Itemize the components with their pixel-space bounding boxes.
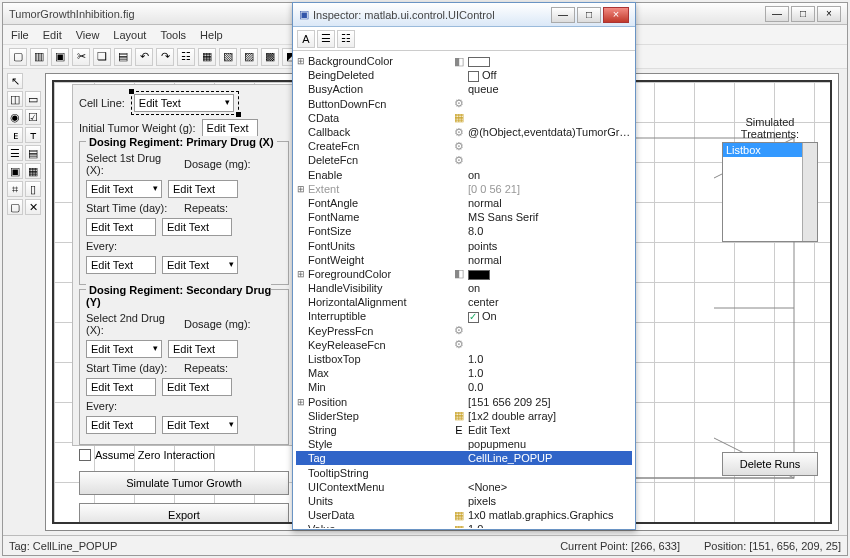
property-value[interactable]: popupmenu: [466, 438, 632, 450]
property-row-tag[interactable]: TagCellLine_POPUP: [296, 451, 632, 465]
redo-icon[interactable]: ↷: [156, 48, 174, 66]
property-row-cdata[interactable]: CData▦: [296, 111, 632, 125]
property-row-enable[interactable]: Enableon: [296, 168, 632, 182]
expand-icon[interactable]: ⊞: [296, 269, 306, 279]
property-value[interactable]: @(hObject,eventdata)TumorGr…: [466, 126, 632, 138]
property-row-fontunits[interactable]: FontUnitspoints: [296, 238, 632, 252]
delete-runs-button[interactable]: Delete Runs: [722, 452, 818, 476]
matrix-icon[interactable]: ▦: [452, 111, 466, 124]
matrix-icon[interactable]: ▦: [452, 509, 466, 522]
editor-icon[interactable]: ▩: [261, 48, 279, 66]
align-icon[interactable]: ☷: [177, 48, 195, 66]
inspector-close-button[interactable]: ×: [603, 7, 629, 23]
property-value[interactable]: center: [466, 296, 632, 308]
maximize-button[interactable]: □: [791, 6, 815, 22]
expand-icon[interactable]: ⊞: [296, 184, 306, 194]
start-time2-field[interactable]: Edit Text: [86, 378, 156, 396]
property-row-fontsize[interactable]: FontSize8.0: [296, 224, 632, 238]
property-value[interactable]: MS Sans Serif: [466, 211, 632, 223]
menu-editor-icon[interactable]: ▦: [198, 48, 216, 66]
expand-icon[interactable]: ⊞: [296, 397, 306, 407]
cell-line-popup[interactable]: Edit Text: [134, 94, 234, 112]
property-row-userdata[interactable]: UserData▦1x0 matlab.graphics.Graphics: [296, 508, 632, 522]
property-row-tooltipstring[interactable]: TooltipString: [296, 465, 632, 479]
drug2-popup[interactable]: Edit Text: [86, 340, 162, 358]
property-row-min[interactable]: Min0.0: [296, 380, 632, 394]
property-row-max[interactable]: Max1.0: [296, 366, 632, 380]
property-row-fontname[interactable]: FontNameMS Sans Serif: [296, 210, 632, 224]
cut-icon[interactable]: ✂: [72, 48, 90, 66]
property-row-beingdeleted[interactable]: BeingDeleted Off: [296, 68, 632, 82]
property-row-deletefcn[interactable]: DeleteFcn⚙: [296, 153, 632, 167]
radio-tool-icon[interactable]: ◉: [7, 109, 23, 125]
buttongroup-tool-icon[interactable]: ▢: [7, 199, 23, 215]
repeats1-field[interactable]: Edit Text: [162, 218, 232, 236]
property-row-foregroundcolor[interactable]: ⊞ForegroundColor◧: [296, 267, 632, 281]
property-value[interactable]: [466, 55, 632, 67]
slider-tool-icon[interactable]: ▭: [25, 91, 41, 107]
push-button-tool-icon[interactable]: ◫: [7, 91, 23, 107]
every1-unit-popup[interactable]: Edit Text: [162, 256, 238, 274]
inspector-minimize-button[interactable]: —: [551, 7, 575, 23]
menu-help[interactable]: Help: [200, 29, 223, 41]
cell-line-popup-selected[interactable]: Edit Text: [131, 91, 239, 115]
property-row-busyaction[interactable]: BusyActionqueue: [296, 82, 632, 96]
property-value[interactable]: Off: [466, 69, 632, 82]
menu-file[interactable]: File: [11, 29, 29, 41]
gear-icon[interactable]: ⚙: [452, 140, 466, 153]
gear-icon[interactable]: ⚙: [452, 324, 466, 337]
property-value[interactable]: normal: [466, 197, 632, 209]
inspector-titlebar[interactable]: ▣ Inspector: matlab.ui.control.UIControl…: [293, 3, 635, 27]
property-row-buttondownfcn[interactable]: ButtonDownFcn⚙: [296, 97, 632, 111]
dosage2-field[interactable]: Edit Text: [168, 340, 238, 358]
property-row-position[interactable]: ⊞Position[151 656 209 25]: [296, 395, 632, 409]
property-value[interactable]: CellLine_POPUP: [466, 452, 632, 464]
property-value[interactable]: [1x2 double array]: [466, 410, 632, 422]
panel-tool-icon[interactable]: ▯: [25, 181, 41, 197]
property-value[interactable]: on: [466, 169, 632, 181]
property-row-extent[interactable]: ⊞Extent[0 0 56 21]: [296, 182, 632, 196]
sort-alpha-icon[interactable]: A: [297, 30, 315, 48]
toggle-tool-icon[interactable]: ▣: [7, 163, 23, 179]
matrix-icon[interactable]: ▦: [452, 523, 466, 528]
treatments-listbox[interactable]: Listbox: [722, 142, 818, 242]
paint-icon[interactable]: ◧: [452, 267, 466, 280]
select-tool-icon[interactable]: ↖: [7, 73, 23, 89]
property-row-createfcn[interactable]: CreateFcn⚙: [296, 139, 632, 153]
every2-unit-popup[interactable]: Edit Text: [162, 416, 238, 434]
grouping-icon[interactable]: ☷: [337, 30, 355, 48]
property-row-fontweight[interactable]: FontWeightnormal: [296, 253, 632, 267]
property-value[interactable]: 1.0: [466, 367, 632, 379]
close-button[interactable]: ×: [817, 6, 841, 22]
property-row-fontangle[interactable]: FontAnglenormal: [296, 196, 632, 210]
table-tool-icon[interactable]: ▦: [25, 163, 41, 179]
property-row-interruptible[interactable]: Interruptible On: [296, 309, 632, 323]
property-value[interactable]: pixels: [466, 495, 632, 507]
copy-icon[interactable]: ❏: [93, 48, 111, 66]
property-value[interactable]: 1x0 matlab.graphics.Graphics: [466, 509, 632, 521]
property-value[interactable]: 0.0: [466, 381, 632, 393]
undo-icon[interactable]: ↶: [135, 48, 153, 66]
menu-tools[interactable]: Tools: [160, 29, 186, 41]
save-icon[interactable]: ▣: [51, 48, 69, 66]
menu-view[interactable]: View: [76, 29, 100, 41]
property-value[interactable]: 1.0: [466, 353, 632, 365]
text-tool-icon[interactable]: ᴛ: [25, 127, 41, 143]
property-value[interactable]: <None>: [466, 481, 632, 493]
drug1-popup[interactable]: Edit Text: [86, 180, 162, 198]
property-row-backgroundcolor[interactable]: ⊞BackgroundColor◧: [296, 54, 632, 68]
dosage1-field[interactable]: Edit Text: [168, 180, 238, 198]
simulate-button[interactable]: Simulate Tumor Growth: [79, 471, 289, 495]
property-value[interactable]: on: [466, 282, 632, 294]
matrix-icon[interactable]: ▦: [452, 409, 466, 422]
open-icon[interactable]: ▥: [30, 48, 48, 66]
property-row-listboxtop[interactable]: ListboxTop1.0: [296, 352, 632, 366]
gear-icon[interactable]: ⚙: [452, 97, 466, 110]
axes-tool-icon[interactable]: ⌗: [7, 181, 23, 197]
zero-interaction-checkbox[interactable]: Assume Zero Interaction: [79, 449, 289, 461]
property-row-handlevisibility[interactable]: HandleVisibilityon: [296, 281, 632, 295]
sort-cat-icon[interactable]: ☰: [317, 30, 335, 48]
property-value[interactable]: 1.0: [466, 523, 632, 528]
tab-order-icon[interactable]: ▧: [219, 48, 237, 66]
menu-edit[interactable]: Edit: [43, 29, 62, 41]
